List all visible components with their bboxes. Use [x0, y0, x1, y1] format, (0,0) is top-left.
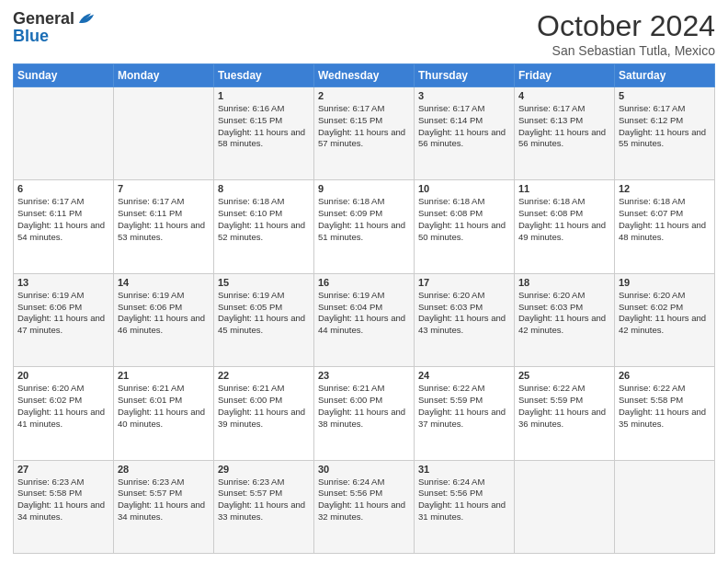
sunset-text: Sunset: 6:11 PM — [17, 208, 109, 220]
daylight-text: Daylight: 11 hours and 42 minutes. — [619, 313, 711, 337]
day-number: 3 — [418, 90, 510, 101]
day-number: 16 — [318, 277, 410, 288]
day-header-sunday: Sunday — [14, 64, 114, 87]
day-cell: 5Sunrise: 6:17 AMSunset: 6:12 PMDaylight… — [615, 87, 715, 180]
sunrise-text: Sunrise: 6:20 AM — [17, 383, 109, 395]
sunset-text: Sunset: 5:57 PM — [118, 488, 210, 500]
sunrise-text: Sunrise: 6:24 AM — [418, 477, 510, 488]
sunset-text: Sunset: 6:09 PM — [318, 208, 410, 220]
day-cell: 22Sunrise: 6:21 AMSunset: 6:00 PMDayligh… — [214, 367, 314, 460]
sunrise-text: Sunrise: 6:17 AM — [518, 103, 610, 115]
day-cell: 17Sunrise: 6:20 AMSunset: 6:03 PMDayligh… — [415, 273, 515, 366]
daylight-text: Daylight: 11 hours and 43 minutes. — [418, 313, 510, 337]
day-number: 1 — [218, 90, 310, 101]
daylight-text: Daylight: 11 hours and 38 minutes. — [318, 407, 410, 431]
week-row-1: 1Sunrise: 6:16 AMSunset: 6:15 PMDaylight… — [14, 87, 715, 180]
sunrise-text: Sunrise: 6:19 AM — [118, 290, 210, 302]
daylight-text: Daylight: 11 hours and 32 minutes. — [318, 500, 410, 523]
sunset-text: Sunset: 6:13 PM — [518, 115, 610, 127]
day-number: 10 — [418, 183, 510, 194]
day-number: 28 — [118, 464, 210, 475]
daylight-text: Daylight: 11 hours and 34 minutes. — [17, 500, 109, 523]
day-cell: 12Sunrise: 6:18 AMSunset: 6:07 PMDayligh… — [615, 180, 715, 273]
day-cell — [14, 87, 114, 180]
daylight-text: Daylight: 11 hours and 54 minutes. — [17, 220, 109, 244]
daylight-text: Daylight: 11 hours and 37 minutes. — [418, 407, 510, 431]
day-cell: 9Sunrise: 6:18 AMSunset: 6:09 PMDaylight… — [314, 180, 415, 273]
daylight-text: Daylight: 11 hours and 35 minutes. — [619, 407, 711, 431]
sunrise-text: Sunrise: 6:17 AM — [17, 196, 109, 208]
day-cell — [515, 460, 615, 553]
header: General Blue October 2024 San Sebastian … — [13, 9, 715, 58]
day-number: 20 — [17, 370, 109, 381]
sunset-text: Sunset: 5:56 PM — [318, 488, 410, 500]
sunrise-text: Sunrise: 6:19 AM — [218, 290, 310, 302]
day-cell: 24Sunrise: 6:22 AMSunset: 5:59 PMDayligh… — [415, 367, 515, 460]
logo-bird-icon — [76, 9, 97, 29]
day-number: 14 — [118, 277, 210, 288]
day-cell: 31Sunrise: 6:24 AMSunset: 5:56 PMDayligh… — [415, 460, 515, 553]
sunrise-text: Sunrise: 6:24 AM — [318, 477, 410, 488]
day-cell: 3Sunrise: 6:17 AMSunset: 6:14 PMDaylight… — [415, 87, 515, 180]
logo: General Blue — [13, 9, 97, 46]
day-header-wednesday: Wednesday — [314, 64, 415, 87]
day-number: 11 — [518, 183, 610, 194]
day-header-monday: Monday — [114, 64, 214, 87]
sunset-text: Sunset: 6:06 PM — [17, 302, 109, 314]
sunset-text: Sunset: 6:04 PM — [318, 302, 410, 314]
sunset-text: Sunset: 6:10 PM — [218, 208, 310, 220]
sunrise-text: Sunrise: 6:23 AM — [118, 477, 210, 488]
daylight-text: Daylight: 11 hours and 31 minutes. — [418, 500, 510, 523]
sunset-text: Sunset: 5:57 PM — [218, 488, 310, 500]
day-number: 30 — [318, 464, 410, 475]
sunset-text: Sunset: 6:06 PM — [118, 302, 210, 314]
day-number: 4 — [518, 90, 610, 101]
day-cell: 4Sunrise: 6:17 AMSunset: 6:13 PMDaylight… — [515, 87, 615, 180]
sunrise-text: Sunrise: 6:19 AM — [17, 290, 109, 302]
sunrise-text: Sunrise: 6:21 AM — [318, 383, 410, 395]
daylight-text: Daylight: 11 hours and 51 minutes. — [318, 220, 410, 244]
day-cell: 6Sunrise: 6:17 AMSunset: 6:11 PMDaylight… — [14, 180, 114, 273]
day-number: 29 — [218, 464, 310, 475]
week-row-2: 6Sunrise: 6:17 AMSunset: 6:11 PMDaylight… — [14, 180, 715, 273]
sunrise-text: Sunrise: 6:21 AM — [118, 383, 210, 395]
sunset-text: Sunset: 6:00 PM — [218, 395, 310, 407]
day-number: 25 — [518, 370, 610, 381]
sunset-text: Sunset: 6:01 PM — [118, 395, 210, 407]
daylight-text: Daylight: 11 hours and 56 minutes. — [418, 127, 510, 151]
daylight-text: Daylight: 11 hours and 49 minutes. — [518, 220, 610, 244]
sunset-text: Sunset: 6:15 PM — [218, 115, 310, 127]
sunset-text: Sunset: 6:02 PM — [619, 302, 711, 314]
day-cell: 2Sunrise: 6:17 AMSunset: 6:15 PMDaylight… — [314, 87, 415, 180]
day-cell: 27Sunrise: 6:23 AMSunset: 5:58 PMDayligh… — [14, 460, 114, 553]
sunrise-text: Sunrise: 6:22 AM — [619, 383, 711, 395]
sunset-text: Sunset: 6:05 PM — [218, 302, 310, 314]
day-cell: 14Sunrise: 6:19 AMSunset: 6:06 PMDayligh… — [114, 273, 214, 366]
day-number: 8 — [218, 183, 310, 194]
daylight-text: Daylight: 11 hours and 57 minutes. — [318, 127, 410, 151]
day-cell: 25Sunrise: 6:22 AMSunset: 5:59 PMDayligh… — [515, 367, 615, 460]
calendar-table: SundayMondayTuesdayWednesdayThursdayFrid… — [13, 63, 715, 554]
sunrise-text: Sunrise: 6:23 AM — [218, 477, 310, 488]
week-row-3: 13Sunrise: 6:19 AMSunset: 6:06 PMDayligh… — [14, 273, 715, 366]
sunrise-text: Sunrise: 6:17 AM — [619, 103, 711, 115]
sunrise-text: Sunrise: 6:19 AM — [318, 290, 410, 302]
day-number: 15 — [218, 277, 310, 288]
sunset-text: Sunset: 6:03 PM — [518, 302, 610, 314]
day-cell: 23Sunrise: 6:21 AMSunset: 6:00 PMDayligh… — [314, 367, 415, 460]
sunset-text: Sunset: 6:03 PM — [418, 302, 510, 314]
sunrise-text: Sunrise: 6:22 AM — [518, 383, 610, 395]
sunrise-text: Sunrise: 6:18 AM — [418, 196, 510, 208]
day-number: 6 — [17, 183, 109, 194]
day-number: 22 — [218, 370, 310, 381]
sunrise-text: Sunrise: 6:18 AM — [218, 196, 310, 208]
day-cell: 15Sunrise: 6:19 AMSunset: 6:05 PMDayligh… — [214, 273, 314, 366]
sunset-text: Sunset: 6:14 PM — [418, 115, 510, 127]
daylight-text: Daylight: 11 hours and 46 minutes. — [118, 313, 210, 337]
sunrise-text: Sunrise: 6:18 AM — [619, 196, 711, 208]
day-cell: 1Sunrise: 6:16 AMSunset: 6:15 PMDaylight… — [214, 87, 314, 180]
sunset-text: Sunset: 6:00 PM — [318, 395, 410, 407]
day-number: 5 — [619, 90, 711, 101]
day-number: 17 — [418, 277, 510, 288]
sunrise-text: Sunrise: 6:20 AM — [518, 290, 610, 302]
